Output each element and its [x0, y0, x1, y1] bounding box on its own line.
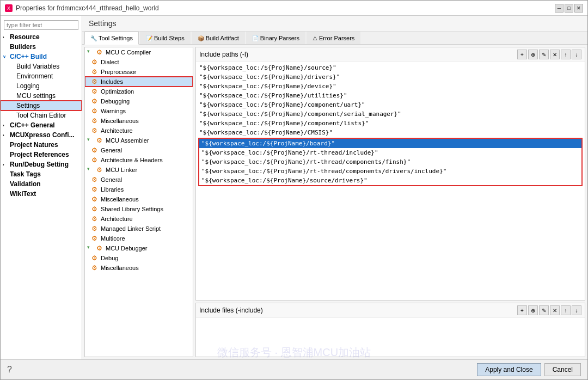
edit-file-button[interactable]: ✎ [539, 305, 549, 315]
move-up-path-button[interactable]: ↑ [561, 50, 571, 59]
right-panel: Settings 🔧Tool Settings📝Build Steps📦Buil… [82, 16, 587, 359]
sidebar-item-mcu-settings[interactable]: MCU settings [1, 91, 82, 101]
tree-label-optimization: Optimization [101, 88, 134, 95]
sidebar-item-cpp-build[interactable]: ∨C/C++ Build [1, 52, 82, 62]
edit-path-button[interactable]: ✎ [539, 50, 549, 59]
sidebar-item-environment[interactable]: Environment [1, 71, 82, 81]
search-input[interactable] [4, 20, 78, 30]
tree-items-container: ▾ ⚙MCU C Compiler⚙Dialect⚙Preprocessor⚙I… [85, 47, 193, 273]
cancel-button[interactable]: Cancel [544, 363, 581, 376]
tree-item-debugging[interactable]: ⚙Debugging [85, 96, 193, 106]
add-path-button[interactable]: + [517, 50, 527, 59]
tree-item-libraries[interactable]: ⚙Libraries [85, 185, 193, 194]
sidebar-label-environment: Environment [16, 72, 53, 80]
sidebar-item-resource[interactable]: ›Resource [1, 32, 82, 42]
close-button[interactable]: ✕ [574, 4, 583, 13]
chevron-icon: › [3, 162, 8, 167]
gear-icon-debug: ⚙ [91, 254, 99, 262]
tree-item-mcu-c-compiler[interactable]: ▾ ⚙MCU C Compiler [85, 47, 193, 57]
sidebar-item-task-tags[interactable]: Task Tags [1, 169, 82, 179]
tree-item-optimization[interactable]: ⚙Optimization [85, 87, 193, 96]
sidebar-item-logging[interactable]: Logging [1, 81, 82, 91]
path-item-0[interactable]: "${workspace_loc:/${ProjName}/source}" [197, 63, 584, 72]
path-item-1[interactable]: "${workspace_loc:/${ProjName}/drivers}" [197, 72, 584, 82]
sidebar-item-cpp-general[interactable]: ›C/C++ General [1, 120, 82, 130]
sidebar-item-project-references[interactable]: Project References [1, 150, 82, 160]
path-item-6[interactable]: "${workspace_loc:/${ProjName}/component/… [197, 119, 584, 128]
path-item-2[interactable]: "${workspace_loc:/${ProjName}/device}" [197, 82, 584, 91]
sidebar-label-build-variables: Build Variables [16, 63, 59, 70]
tree-item-miscellaneous[interactable]: ⚙Miscellaneous [85, 116, 193, 126]
tree-item-architecture-lnk[interactable]: ⚙Architecture [85, 214, 193, 224]
tab-build-steps[interactable]: 📝Build Steps [140, 32, 191, 44]
tree-item-mcu-assembler[interactable]: ▾ ⚙MCU Assembler [85, 136, 193, 145]
include-files-section: Include files (-include) + ⊕ ✎ ✕ ↑ ↓ [195, 303, 585, 357]
tab-binary-parsers[interactable]: 📄Binary Parsers [246, 32, 305, 44]
tree-item-debug[interactable]: ⚙Debug [85, 253, 193, 263]
tree-item-miscellaneous-lnk[interactable]: ⚙Miscellaneous [85, 194, 193, 204]
tree-item-general-lnk[interactable]: ⚙General [85, 175, 193, 185]
tab-label-binary-parsers: Binary Parsers [260, 35, 299, 41]
tree-item-multicore[interactable]: ⚙Multicore [85, 234, 193, 243]
path-item-4[interactable]: "${workspace_loc:/${ProjName}/component/… [197, 100, 584, 109]
delete-path-button[interactable]: ✕ [550, 50, 560, 59]
tab-build-artifact[interactable]: 📦Build Artifact [192, 32, 245, 44]
title-bar: X Properties for frdmmcxc444_rtthread_he… [1, 1, 587, 16]
sidebar-item-wikitext[interactable]: WikiText [1, 189, 82, 199]
path-item-9[interactable]: "${workspace_loc:/${ProjName}/rt-thread/… [199, 148, 581, 157]
tree-item-mcu-linker[interactable]: ▾ ⚙MCU Linker [85, 165, 193, 175]
sidebar-item-toolchain-editor[interactable]: Tool Chain Editor [1, 111, 82, 120]
tree-label-debugging: Debugging [101, 98, 130, 105]
sidebar-item-mcuxpresso-conf[interactable]: ›MCUXpresso Confi... [1, 130, 82, 140]
path-item-10[interactable]: "${workspace_loc:/${ProjName}/rt-thread/… [199, 157, 581, 167]
tree-item-general-asm[interactable]: ⚙General [85, 145, 193, 155]
tree-item-arch-headers[interactable]: ⚙Architecture & Headers [85, 155, 193, 165]
tree-item-preprocessor[interactable]: ⚙Preprocessor [85, 67, 193, 77]
tree-label-mcu-assembler: MCU Assembler [106, 137, 149, 144]
sidebar-label-task-tags: Task Tags [10, 170, 41, 178]
tree-label-warnings: Warnings [101, 108, 126, 114]
sidebar-label-logging: Logging [16, 82, 40, 90]
move-up-file-button[interactable]: ↑ [561, 305, 571, 315]
path-item-12[interactable]: "${workspace_loc:/${ProjName}/source/dri… [199, 176, 581, 185]
sidebar-item-settings[interactable]: Settings [1, 101, 82, 111]
help-icon[interactable]: ? [7, 365, 12, 375]
tree-label-preprocessor: Preprocessor [101, 69, 136, 75]
move-down-file-button[interactable]: ↓ [572, 305, 581, 315]
tree-item-miscellaneous-dbg[interactable]: ⚙Miscellaneous [85, 263, 193, 273]
add-file-button[interactable]: + [517, 305, 527, 315]
tree-item-warnings[interactable]: ⚙Warnings [85, 106, 193, 116]
sidebar-label-project-natures: Project Natures [10, 141, 58, 149]
sidebar-item-validation[interactable]: Validation [1, 179, 82, 189]
sidebar-item-run-debug[interactable]: ›Run/Debug Setting [1, 160, 82, 169]
sidebar-label-validation: Validation [10, 180, 41, 188]
add-workspace-file-button[interactable]: ⊕ [528, 305, 538, 315]
tab-tool-settings[interactable]: 🔧Tool Settings [84, 32, 139, 45]
path-item-11[interactable]: "${workspace_loc:/${ProjName}/rt-thread/… [199, 167, 581, 176]
content-area: ▾ ⚙MCU C Compiler⚙Dialect⚙Preprocessor⚙I… [82, 45, 587, 359]
tree-item-managed-linker[interactable]: ⚙Managed Linker Script [85, 224, 193, 234]
sidebar-item-project-natures[interactable]: Project Natures [1, 140, 82, 150]
tree-item-includes[interactable]: ⚙Includes [85, 77, 193, 87]
delete-file-button[interactable]: ✕ [550, 305, 560, 315]
tree-item-architecture-cc[interactable]: ⚙Architecture [85, 126, 193, 136]
add-workspace-path-button[interactable]: ⊕ [528, 50, 538, 59]
path-item-8[interactable]: "${workspace_loc:/${ProjName}/board}" [199, 139, 581, 148]
gear-icon-mcu-debugger: ⚙ [96, 244, 104, 252]
window-title: Properties for frdmmcxc444_rtthread_hell… [16, 4, 159, 12]
tree-item-dialect[interactable]: ⚙Dialect [85, 57, 193, 67]
minimize-button[interactable]: ─ [555, 4, 564, 13]
sidebar-item-builders[interactable]: Builders [1, 42, 82, 52]
maximize-button[interactable]: □ [565, 4, 573, 13]
apply-close-button[interactable]: Apply and Close [477, 363, 541, 376]
tree-item-mcu-debugger[interactable]: ▾ ⚙MCU Debugger [85, 243, 193, 253]
sidebar-item-build-variables[interactable]: Build Variables [1, 62, 82, 71]
move-down-path-button[interactable]: ↓ [572, 50, 581, 59]
tree-item-shared-lib[interactable]: ⚙Shared Library Settings [85, 204, 193, 214]
path-item-7[interactable]: "${workspace_loc:/${ProjName}/CMSIS}" [197, 128, 584, 137]
path-item-5[interactable]: "${workspace_loc:/${ProjName}/component/… [197, 109, 584, 119]
path-item-3[interactable]: "${workspace_loc:/${ProjName}/utilities}… [197, 91, 584, 100]
tab-error-parsers[interactable]: ⚠Error Parsers [307, 32, 360, 44]
tab-label-error-parsers: Error Parsers [319, 35, 354, 41]
include-paths-toolbar: + ⊕ ✎ ✕ ↑ ↓ [517, 50, 581, 59]
